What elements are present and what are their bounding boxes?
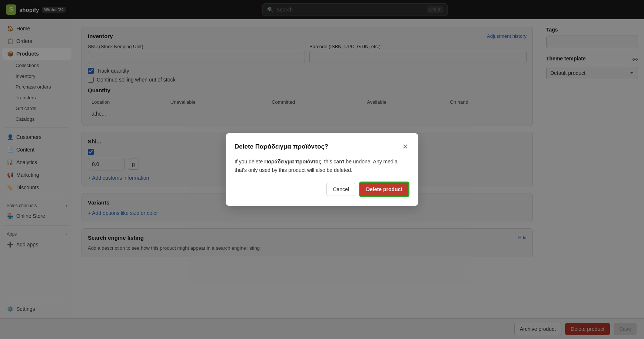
modal-close-button[interactable]: ✕ — [401, 142, 409, 152]
modal-title: Delete Παράδειγμα προϊόντος? — [235, 143, 328, 150]
modal-overlay: Delete Παράδειγμα προϊόντος? ✕ If you de… — [0, 0, 644, 339]
modal-delete-button[interactable]: Delete product — [359, 182, 409, 197]
modal-body-before: If you delete — [235, 159, 264, 164]
modal-product-name: Παράδειγμα προϊόντος — [264, 159, 321, 164]
modal-footer: Cancel Delete product — [235, 182, 409, 197]
modal-body: If you delete Παράδειγμα προϊόντος, this… — [235, 157, 409, 174]
modal-cancel-button[interactable]: Cancel — [326, 183, 355, 196]
modal-header: Delete Παράδειγμα προϊόντος? ✕ — [235, 142, 409, 152]
delete-product-modal: Delete Παράδειγμα προϊόντος? ✕ If you de… — [226, 133, 418, 206]
